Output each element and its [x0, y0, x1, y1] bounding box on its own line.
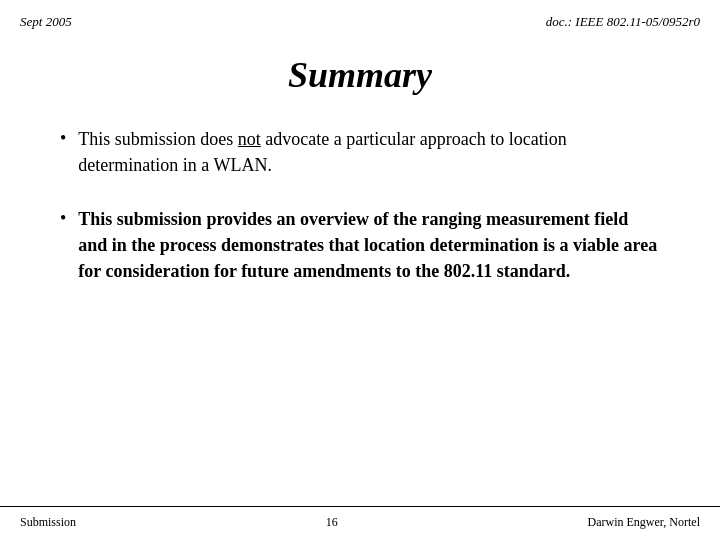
bullet-item-2: • This submission provides an overview o… [60, 206, 660, 284]
title-section: Summary [0, 36, 720, 106]
footer-author: Darwin Engwer, Nortel [588, 515, 700, 530]
header-doc: doc.: IEEE 802.11-05/0952r0 [546, 14, 700, 30]
slide-header: Sept 2005 doc.: IEEE 802.11-05/0952r0 [0, 0, 720, 36]
header-date: Sept 2005 [20, 14, 72, 30]
bullet-text-1: This submission does not advocate a part… [78, 126, 660, 178]
bullet-dot-1: • [60, 128, 66, 149]
slide-title: Summary [40, 54, 680, 96]
bullet-text-2: This submission provides an overview of … [78, 206, 660, 284]
slide-content: • This submission does not advocate a pa… [0, 106, 720, 506]
slide-footer: Submission 16 Darwin Engwer, Nortel [0, 506, 720, 540]
footer-page: 16 [326, 515, 338, 530]
footer-submission: Submission [20, 515, 76, 530]
bullet-dot-2: • [60, 208, 66, 229]
slide: Sept 2005 doc.: IEEE 802.11-05/0952r0 Su… [0, 0, 720, 540]
underline-not: not [238, 129, 261, 149]
bullet-item-1: • This submission does not advocate a pa… [60, 126, 660, 178]
